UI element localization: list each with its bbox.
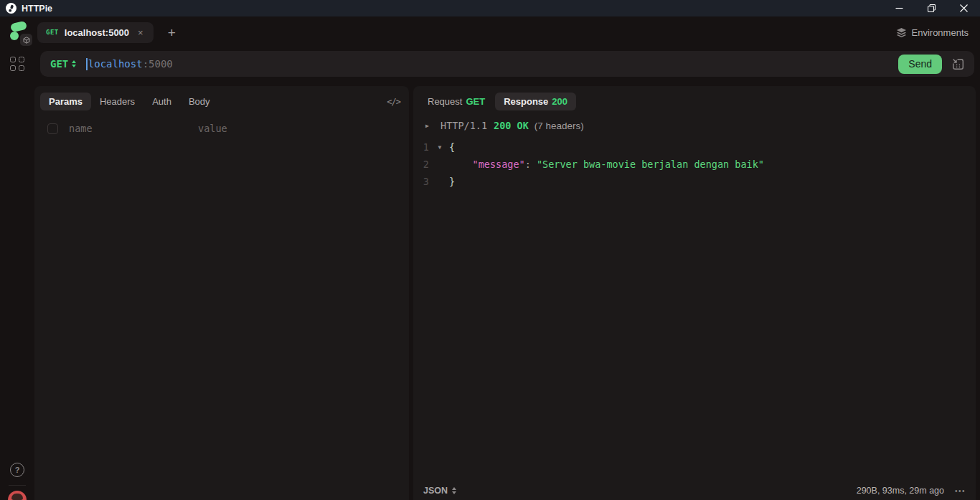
tab-method-label: GET (46, 29, 59, 36)
titlebar-left: HTTPie (0, 3, 52, 14)
text-cursor (86, 58, 88, 70)
line-number: 3 (423, 176, 429, 187)
help-icon[interactable]: ? (10, 463, 24, 477)
response-panel: Request GET Response 200 ▶ HTTP/1.1 200 … (413, 86, 976, 500)
more-options-icon[interactable]: ••• (955, 487, 966, 495)
tab-request[interactable]: Request GET (419, 93, 494, 110)
format-dropdown-icon (452, 487, 456, 494)
code-line: 2 "message": "Server bwa-movie berjalan … (413, 156, 976, 173)
layers-icon (896, 27, 907, 38)
window-controls (883, 0, 980, 16)
format-label: JSON (423, 486, 448, 496)
url-port: :5000 (143, 58, 173, 70)
environments-label: Environments (912, 27, 969, 38)
user-avatar[interactable] (8, 491, 27, 500)
code-text: { (449, 141, 455, 153)
url-row: GET localhost :5000 Send (0, 48, 980, 80)
request-tab-label: Request (428, 96, 462, 107)
url-bar: GET localhost :5000 Send (40, 51, 974, 77)
method-selector[interactable]: GET (50, 58, 76, 70)
minimize-button[interactable] (883, 0, 915, 16)
headers-fold-icon[interactable]: ▶ (425, 123, 433, 129)
fold-toggle-icon[interactable]: ▼ (435, 144, 444, 151)
param-row (34, 123, 409, 134)
code-view-icon[interactable]: </> (387, 97, 400, 107)
tab-auth[interactable]: Auth (143, 93, 180, 110)
code-line: 1▼{ (413, 138, 976, 156)
tab-response[interactable]: Response 200 (495, 93, 576, 110)
response-tab-label: Response (504, 96, 548, 107)
code-line: 3} (413, 173, 976, 190)
tab-headers[interactable]: Headers (91, 93, 143, 110)
response-tab-status: 200 (552, 96, 567, 107)
app-window: HTTPie (0, 0, 980, 500)
close-button[interactable] (948, 0, 980, 16)
response-stats: 290B, 93ms, 29m ago (857, 486, 944, 496)
url-host: localhost (88, 58, 143, 70)
response-status-line: ▶ HTTP/1.1 200 OK (7 headers) (425, 120, 976, 131)
param-checkbox[interactable] (47, 123, 58, 134)
code-text: } (449, 176, 455, 187)
format-selector[interactable]: JSON (423, 486, 456, 496)
workspace-badge-icon[interactable] (20, 34, 32, 46)
avatar-hair (11, 494, 23, 500)
param-value-input[interactable] (198, 123, 409, 134)
tab-title: localhost:5000 (65, 27, 129, 38)
tab-close-icon[interactable]: × (135, 27, 146, 39)
tab-body[interactable]: Body (180, 93, 219, 110)
titlebar: HTTPie (0, 0, 980, 16)
url-input[interactable]: localhost :5000 (86, 58, 898, 70)
request-options-panel: Params Headers Auth Body </> (34, 86, 409, 500)
restore-button[interactable] (915, 0, 948, 16)
param-name-input[interactable] (69, 123, 187, 134)
new-tab-button[interactable]: + (164, 26, 180, 39)
request-tab[interactable]: GET localhost:5000 × (37, 22, 154, 43)
environments-button[interactable]: Environments (896, 27, 969, 38)
window-title: HTTPie (22, 4, 52, 14)
code-text: "message": "Server bwa-movie berjalan de… (449, 159, 764, 170)
sidebar-divider (9, 485, 26, 486)
line-number: 1 (423, 141, 429, 153)
request-tab-method: GET (466, 96, 485, 107)
response-panel-tabs: Request GET Response 200 (413, 86, 976, 110)
headers-count-label: (7 headers) (534, 121, 584, 131)
method-dropdown-icon (72, 60, 76, 67)
response-body-code: 1▼{2 "message": "Server bwa-movie berjal… (413, 138, 976, 190)
line-number: 2 (423, 159, 429, 170)
tab-bar: GET localhost:5000 × + Environments (0, 16, 980, 48)
httpie-logo[interactable] (6, 21, 31, 44)
request-options-tabs: Params Headers Auth Body </> (34, 86, 409, 110)
save-request-icon[interactable] (951, 57, 965, 71)
app-icon (6, 3, 17, 14)
send-button[interactable]: Send (898, 55, 942, 74)
status-code-label: 200 OK (494, 120, 529, 131)
response-footer: JSON 290B, 93ms, 29m ago ••• (413, 481, 976, 500)
method-label: GET (50, 58, 68, 70)
collections-grid-icon[interactable] (10, 57, 24, 71)
tab-params[interactable]: Params (40, 93, 91, 110)
protocol-label: HTTP/1.1 (440, 120, 487, 131)
